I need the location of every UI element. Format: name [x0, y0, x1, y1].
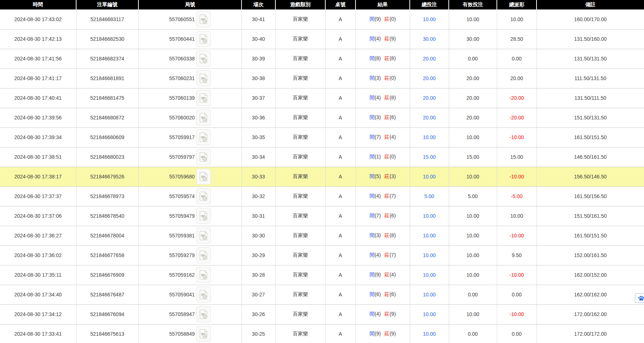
- video-replay-button[interactable]: [196, 287, 211, 303]
- valid-bet-cell: 10.00: [449, 127, 497, 147]
- total-bet-link[interactable]: 20.00: [423, 95, 436, 101]
- total-bet-link[interactable]: 10.00: [423, 233, 436, 238]
- video-replay-button[interactable]: [196, 188, 211, 204]
- total-bet-link[interactable]: 10.00: [423, 272, 436, 278]
- total-bet-link[interactable]: 15.00: [423, 154, 436, 160]
- video-replay-button[interactable]: [196, 228, 211, 244]
- video-replay-button[interactable]: [196, 31, 211, 47]
- video-replay-button[interactable]: [196, 208, 211, 224]
- banker-label: 莊: [384, 232, 389, 238]
- round-id-text: 557059797: [169, 154, 195, 160]
- video-icon: [199, 230, 208, 241]
- banker-score: (9): [389, 331, 396, 336]
- video-replay-button[interactable]: [196, 90, 211, 106]
- table-row: 2024-08-30 17:35:11 521846676909 5570591…: [0, 265, 644, 285]
- col-header-round-id: 局號: [138, 0, 242, 9]
- player-score: (5): [374, 173, 381, 179]
- total-payout-cell: -10.00: [497, 304, 537, 324]
- player-label: 閒: [369, 272, 374, 277]
- table-no-cell: A: [325, 29, 356, 49]
- round-id-text: 557058849: [169, 331, 195, 337]
- round-id-cell: 557060139: [138, 88, 242, 108]
- round-id-cell: 557058849: [138, 324, 242, 343]
- valid-bet-cell: 20.00: [449, 108, 497, 127]
- table-row: 2024-08-30 17:37:37 521846678973 5570595…: [0, 186, 644, 206]
- video-replay-button[interactable]: [196, 169, 211, 185]
- remark-cell: 151.50/131.50: [537, 108, 644, 127]
- game-type-cell: 百家樂: [275, 265, 325, 285]
- video-replay-button[interactable]: [196, 51, 211, 67]
- video-replay-button[interactable]: [196, 110, 211, 126]
- round-id-text: 557058947: [169, 311, 195, 317]
- bet-id-cell: 521846679526: [76, 167, 138, 186]
- table-row: 2024-08-30 17:42:13 521846682530 5570604…: [0, 29, 644, 49]
- col-header-total-bet: 總投注: [410, 0, 449, 9]
- bet-id-cell: 521846680609: [76, 127, 138, 147]
- col-header-session: 場次: [242, 0, 275, 9]
- round-id-cell: 557059041: [138, 285, 242, 304]
- video-replay-button[interactable]: [196, 149, 211, 165]
- banker-score: (8): [389, 232, 396, 238]
- total-bet-link[interactable]: 10.00: [423, 252, 436, 258]
- remark-cell: 162.00/152.00: [537, 265, 644, 285]
- valid-bet-cell: 10.00: [449, 226, 497, 245]
- valid-bet-cell: 10.00: [449, 167, 497, 186]
- video-icon: [199, 152, 208, 162]
- bet-id-cell: 521846682530: [76, 29, 138, 49]
- banker-score: (4): [389, 272, 396, 277]
- player-label: 閒: [369, 16, 374, 22]
- video-icon: [199, 73, 208, 83]
- total-bet-link[interactable]: 20.00: [423, 56, 436, 62]
- remark-cell: 162.00/162.00: [537, 285, 644, 304]
- result-cell: 閒(9) 莊(0): [356, 9, 410, 29]
- video-replay-button[interactable]: [196, 247, 211, 263]
- player-label: 閒: [369, 36, 374, 42]
- total-payout-cell: 0.00: [497, 285, 537, 304]
- game-type-cell: 百家樂: [275, 304, 325, 324]
- banker-label: 莊: [384, 95, 389, 100]
- table-row: 2024-08-30 17:38:51 521846680023 5570597…: [0, 147, 644, 167]
- time-cell: 2024-08-30 17:38:51: [0, 147, 76, 167]
- banker-label: 莊: [384, 36, 389, 42]
- total-bet-link[interactable]: 10.00: [423, 311, 436, 317]
- total-payout-cell: 15.00: [497, 147, 537, 167]
- session-cell: 30-40: [242, 29, 275, 49]
- total-bet-link[interactable]: 20.00: [423, 75, 436, 81]
- video-icon: [199, 132, 208, 142]
- video-replay-button[interactable]: [196, 129, 211, 145]
- video-replay-button[interactable]: [196, 11, 211, 27]
- total-payout-cell: -10.00: [497, 167, 537, 186]
- video-replay-button[interactable]: [196, 326, 211, 342]
- total-bet-link[interactable]: 10.00: [423, 16, 436, 22]
- remark-cell: 131.50/160.00: [537, 29, 644, 49]
- session-cell: 30-32: [242, 186, 275, 206]
- video-replay-button[interactable]: [196, 267, 211, 283]
- banker-score: (8): [389, 95, 396, 100]
- player-label: 閒: [369, 55, 374, 61]
- total-payout-cell: 0.00: [497, 49, 537, 68]
- round-id-text: 557059680: [169, 174, 195, 180]
- result-cell: 閒(5) 莊(3): [356, 167, 410, 186]
- total-bet-link[interactable]: 20.00: [423, 115, 436, 121]
- total-bet-link[interactable]: 5.00: [424, 193, 434, 199]
- player-label: 閒: [369, 213, 374, 218]
- total-bet-link[interactable]: 10.00: [423, 292, 436, 297]
- total-bet-link[interactable]: 10.00: [423, 213, 436, 219]
- banker-label: 莊: [384, 291, 389, 297]
- session-cell: 30-39: [242, 49, 275, 68]
- session-cell: 30-36: [242, 108, 275, 127]
- total-bet-link[interactable]: 30.00: [423, 36, 436, 42]
- valid-bet-cell: 10.00: [449, 265, 497, 285]
- video-replay-button[interactable]: [196, 70, 211, 86]
- total-bet-link[interactable]: 10.00: [423, 174, 436, 180]
- video-replay-button[interactable]: [196, 306, 211, 322]
- table-no-cell: A: [325, 147, 356, 167]
- total-bet-link[interactable]: 10.00: [423, 134, 436, 140]
- player-score: (1): [374, 154, 381, 159]
- paw-float-button[interactable]: [635, 293, 644, 303]
- remark-cell: 161.50/151.50: [537, 127, 644, 147]
- total-bet-cell: 10.00: [410, 167, 449, 186]
- result-cell: 閒(7) 莊(4): [356, 127, 410, 147]
- round-id-text: 557059041: [169, 292, 195, 297]
- total-bet-link[interactable]: 10.00: [423, 331, 436, 337]
